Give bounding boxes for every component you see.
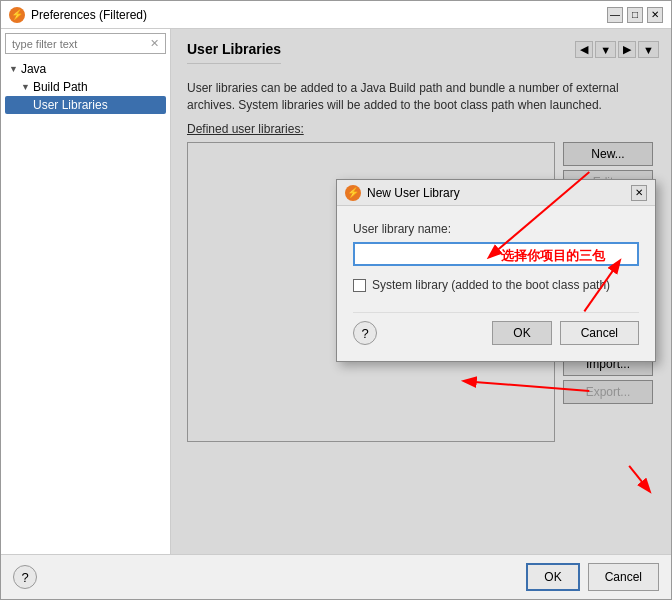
user-library-name-label: User library name: <box>353 222 639 236</box>
bottom-right-buttons: OK Cancel <box>526 563 659 591</box>
window-body: ✕ ▼ Java ▼ Build Path User Libraries Use… <box>1 29 671 554</box>
close-button[interactable]: ✕ <box>647 7 663 23</box>
filter-input[interactable] <box>12 38 150 50</box>
dialog-app-icon: ⚡ <box>345 185 361 201</box>
userlibs-label: User Libraries <box>33 98 108 112</box>
dialog-help-button[interactable]: ? <box>353 321 377 345</box>
maximize-button[interactable]: □ <box>627 7 643 23</box>
dialog-cancel-button[interactable]: Cancel <box>560 321 639 345</box>
annotation-chinese: 选择你项目的三包 <box>501 247 605 265</box>
app-icon: ⚡ <box>9 7 25 23</box>
dialog-title: New User Library <box>367 186 460 200</box>
dialog-ok-button[interactable]: OK <box>492 321 551 345</box>
preferences-window: ⚡ Preferences (Filtered) — □ ✕ ✕ ▼ Java … <box>0 0 672 600</box>
dialog-body: User library name: System library (added… <box>337 206 655 361</box>
chevron-down-icon: ▼ <box>9 64 18 74</box>
sidebar-item-buildpath[interactable]: ▼ Build Path <box>5 78 166 96</box>
dialog-buttons: ? OK Cancel <box>353 312 639 345</box>
system-library-checkbox[interactable] <box>353 279 366 292</box>
chevron-down-icon-2: ▼ <box>21 82 30 92</box>
sidebar-item-java[interactable]: ▼ Java <box>5 60 166 78</box>
dialog-title-left: ⚡ New User Library <box>345 185 460 201</box>
filter-box: ✕ <box>5 33 166 54</box>
dialog-title-bar: ⚡ New User Library ✕ <box>337 180 655 206</box>
window-title: Preferences (Filtered) <box>31 8 147 22</box>
title-bar-left: ⚡ Preferences (Filtered) <box>9 7 147 23</box>
minimize-button[interactable]: — <box>607 7 623 23</box>
sidebar-item-userlibraries[interactable]: User Libraries <box>5 96 166 114</box>
bottom-bar: ? OK Cancel <box>1 554 671 599</box>
title-bar: ⚡ Preferences (Filtered) — □ ✕ <box>1 1 671 29</box>
system-library-row: System library (added to the boot class … <box>353 278 639 292</box>
ok-button[interactable]: OK <box>526 563 579 591</box>
new-user-library-dialog: ⚡ New User Library ✕ User library name: … <box>336 179 656 362</box>
clear-filter-icon[interactable]: ✕ <box>150 37 159 50</box>
sidebar: ✕ ▼ Java ▼ Build Path User Libraries <box>1 29 171 554</box>
content-area: User Libraries ◀ ▼ ▶ ▼ User libraries ca… <box>171 29 671 554</box>
cancel-button[interactable]: Cancel <box>588 563 659 591</box>
title-bar-buttons: — □ ✕ <box>607 7 663 23</box>
buildpath-label: Build Path <box>33 80 88 94</box>
java-label: Java <box>21 62 46 76</box>
dialog-close-button[interactable]: ✕ <box>631 185 647 201</box>
help-button[interactable]: ? <box>13 565 37 589</box>
system-library-label: System library (added to the boot class … <box>372 278 610 292</box>
